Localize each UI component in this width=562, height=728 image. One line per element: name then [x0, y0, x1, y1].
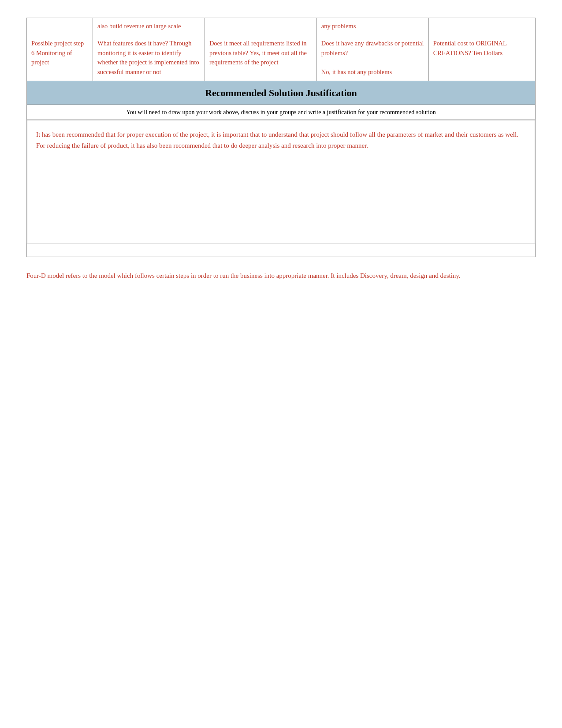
justification-cell: It has been recommended that for proper … — [27, 119, 536, 257]
justification-row: It has been recommended that for proper … — [27, 119, 536, 257]
table-row-1: also build revenue on large scale any pr… — [27, 18, 536, 35]
row2-col1: Possible project step 6 Monitoring of pr… — [27, 35, 93, 81]
justification-text: It has been recommended that for proper … — [36, 129, 526, 152]
footer-section: Four-D model refers to the model which f… — [26, 270, 536, 282]
row2-col3: Does it meet all requirements listed in … — [205, 35, 316, 81]
row1-col5 — [428, 18, 535, 35]
row1-col3 — [205, 18, 316, 35]
row1-col2: also build revenue on large scale — [93, 18, 205, 35]
recommended-header-row: Recommended Solution Justification — [27, 81, 536, 105]
table-row-2: Possible project step 6 Monitoring of pr… — [27, 35, 536, 81]
recommended-subtitle-cell: You will need to draw upon your work abo… — [27, 105, 536, 119]
row2-col5: Potential cost to ORIGINAL CREATIONS? Te… — [428, 35, 535, 81]
main-table: also build revenue on large scale any pr… — [26, 18, 536, 257]
justification-box: It has been recommended that for proper … — [27, 120, 535, 243]
row1-col4: any problems — [316, 18, 428, 35]
recommended-subtitle-row: You will need to draw upon your work abo… — [27, 105, 536, 119]
recommended-title: Recommended Solution Justification — [205, 87, 357, 98]
recommended-subtitle: You will need to draw upon your work abo… — [126, 109, 436, 116]
footer-text: Four-D model refers to the model which f… — [26, 270, 536, 282]
row2-col4: Does it have any drawbacks or potential … — [316, 35, 428, 81]
row1-col1 — [27, 18, 93, 35]
recommended-header-cell: Recommended Solution Justification — [27, 81, 536, 105]
row2-col2: What features does it have? Through moni… — [93, 35, 205, 81]
